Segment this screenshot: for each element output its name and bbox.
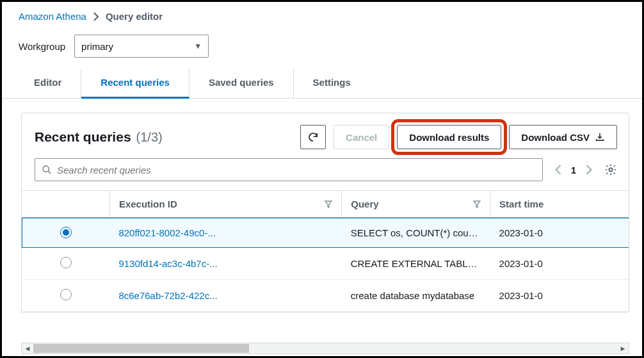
column-query-label: Query — [351, 199, 378, 209]
column-execution-id-label: Execution ID — [119, 199, 177, 209]
tab-saved-queries[interactable]: Saved queries — [189, 69, 294, 98]
table-row[interactable]: 9130fd14-ac3c-4b7c-...CREATE EXTERNAL TA… — [22, 248, 629, 280]
workgroup-select[interactable]: primary ▼ — [74, 35, 209, 58]
breadcrumb-current: Query editor — [106, 11, 163, 22]
scroll-track[interactable] — [33, 343, 617, 354]
filter-icon[interactable] — [473, 200, 481, 208]
panel-count: (1/3) — [136, 130, 163, 145]
download-csv-label: Download CSV — [521, 132, 590, 143]
execution-id-link[interactable]: 9130fd14-ac3c-4b7c-... — [109, 248, 341, 280]
execution-id-link[interactable]: 820ff021-8002-49c0-... — [109, 218, 341, 248]
breadcrumb: Amazon Athena Query editor — [2, 8, 642, 27]
query-text: SELECT os, COUNT(*) count FROM cloudfron… — [342, 218, 490, 248]
row-radio[interactable] — [60, 257, 72, 268]
svg-point-2 — [609, 168, 612, 171]
pager-prev[interactable] — [554, 165, 562, 175]
search-input-wrapper[interactable] — [35, 158, 543, 181]
pager: 1 — [554, 165, 593, 175]
recent-queries-panel: Recent queries (1/3) Cancel Download res… — [21, 113, 629, 313]
search-icon — [42, 165, 52, 175]
start-time-text: 2023-01-0 — [490, 218, 629, 248]
horizontal-scrollbar[interactable]: ◄ ► — [21, 343, 629, 354]
start-time-text: 2023-01-0 — [490, 248, 629, 280]
column-start-time-label: Start time — [499, 199, 543, 209]
download-icon — [595, 132, 605, 142]
tab-editor[interactable]: Editor — [15, 69, 81, 98]
download-results-button[interactable]: Download results — [397, 125, 501, 149]
query-text: CREATE EXTERNAL TABLE IF NOT EXISTS clou… — [342, 248, 490, 280]
row-radio[interactable] — [60, 227, 72, 238]
tabs: Editor Recent queries Saved queries Sett… — [2, 69, 642, 99]
table-scroll[interactable]: Execution ID Query — [22, 190, 629, 312]
download-csv-button[interactable]: Download CSV — [509, 125, 617, 149]
cancel-button: Cancel — [334, 125, 389, 149]
svg-point-0 — [43, 166, 49, 172]
tab-recent-queries[interactable]: Recent queries — [81, 69, 189, 99]
table-row[interactable]: 8c6e76ab-72b2-422c...create database myd… — [22, 280, 629, 312]
column-query[interactable]: Query — [342, 191, 490, 218]
scroll-thumb[interactable] — [33, 344, 249, 353]
svg-line-1 — [48, 171, 51, 174]
search-input[interactable] — [57, 165, 536, 175]
workgroup-selected-value: primary — [81, 41, 113, 52]
table-row[interactable]: 820ff021-8002-49c0-...SELECT os, COUNT(*… — [22, 218, 629, 248]
recent-queries-table: Execution ID Query — [22, 190, 629, 312]
column-select — [22, 191, 109, 218]
panel-title: Recent queries (1/3) — [35, 129, 293, 145]
table-preferences-button[interactable] — [604, 163, 617, 176]
row-radio[interactable] — [60, 289, 72, 300]
workgroup-label: Workgroup — [19, 41, 65, 52]
breadcrumb-root-link[interactable]: Amazon Athena — [19, 11, 86, 22]
pager-next[interactable] — [585, 165, 593, 175]
tab-settings[interactable]: Settings — [294, 69, 370, 98]
pager-page-number: 1 — [571, 165, 576, 175]
row-select-cell[interactable] — [22, 280, 109, 312]
panel-title-text: Recent queries — [35, 129, 131, 145]
caret-down-icon: ▼ — [194, 42, 202, 51]
refresh-button[interactable] — [300, 125, 326, 149]
row-select-cell[interactable] — [22, 248, 109, 280]
execution-id-link[interactable]: 8c6e76ab-72b2-422c... — [109, 280, 341, 312]
gear-icon — [604, 163, 617, 176]
chevron-right-icon — [93, 12, 99, 21]
query-text: create database mydatabase — [342, 280, 490, 312]
filter-icon[interactable] — [325, 200, 332, 208]
column-execution-id[interactable]: Execution ID — [109, 191, 341, 218]
scroll-right-arrow[interactable]: ► — [617, 345, 629, 352]
column-start-time[interactable]: Start time — [490, 191, 629, 218]
row-select-cell[interactable] — [22, 218, 109, 248]
scroll-left-arrow[interactable]: ◄ — [22, 345, 33, 352]
refresh-icon — [307, 131, 319, 143]
start-time-text: 2023-01-0 — [490, 280, 629, 312]
